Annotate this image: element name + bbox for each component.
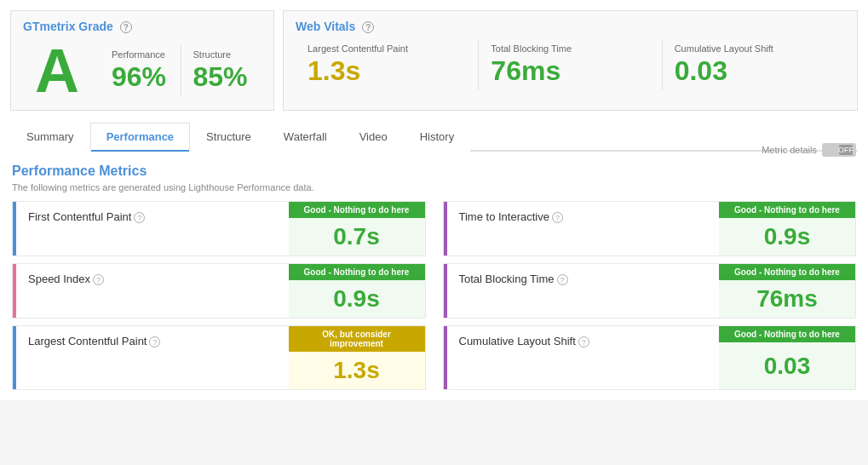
- metric-help-cls[interactable]: ?: [578, 336, 589, 347]
- grade-letter: A: [23, 40, 91, 101]
- metric-value-si: 0.9s: [289, 280, 425, 318]
- metric-row-fcp: First Contentful Paint?Good - Nothing to…: [12, 201, 426, 256]
- structure-value: 85%: [193, 61, 250, 93]
- webvitals-box: Web Vitals ? Largest Contentful Paint 1.…: [283, 10, 858, 111]
- structure-label: Structure: [193, 49, 250, 60]
- perf-section: Performance Metrics Metric details OFF T…: [10, 164, 858, 390]
- metric-row-tti: Time to Interactive?Good - Nothing to do…: [443, 201, 857, 256]
- metric-help-si[interactable]: ?: [93, 274, 104, 285]
- tab-performance[interactable]: Performance: [90, 123, 190, 152]
- gtmetrix-title-text: GTmetrix Grade: [23, 20, 113, 33]
- metric-info-cls: Cumulative Layout Shift?: [447, 326, 720, 389]
- metric-info-lcp: Largest Contentful Paint?: [16, 326, 289, 389]
- perf-title: Performance Metrics: [12, 164, 147, 178]
- metric-row-si: Speed Index?Good - Nothing to do here0.9…: [12, 263, 426, 319]
- performance-metric: Performance 96%: [100, 46, 181, 96]
- metric-row-tbt: Total Blocking Time?Good - Nothing to do…: [443, 263, 857, 319]
- metric-value-tbt: 76ms: [719, 280, 855, 318]
- tbt-item: Total Blocking Time 76ms: [478, 40, 661, 90]
- metric-result-cls: Good - Nothing to do here0.03: [719, 326, 855, 389]
- top-section: GTmetrix Grade ? A Performance 96% Struc…: [10, 10, 858, 111]
- metric-details-toggle[interactable]: Metric details OFF: [762, 143, 856, 157]
- gtmetrix-help-icon[interactable]: ?: [120, 21, 132, 33]
- tab-history[interactable]: History: [404, 123, 470, 152]
- tabs-bar: Summary Performance Structure Waterfall …: [10, 121, 858, 152]
- metric-info-tbt: Total Blocking Time?: [447, 264, 720, 318]
- metric-result-si: Good - Nothing to do here0.9s: [289, 264, 425, 318]
- metric-help-tti[interactable]: ?: [552, 212, 563, 223]
- webvitals-metrics: Largest Contentful Paint 1.3s Total Bloc…: [296, 40, 845, 90]
- page-container: GTmetrix Grade ? A Performance 96% Struc…: [0, 0, 868, 400]
- toggle-switch[interactable]: OFF: [822, 143, 856, 157]
- metric-badge-si: Good - Nothing to do here: [289, 264, 425, 280]
- metric-name-tbt: Total Blocking Time?: [459, 273, 568, 285]
- webvitals-title: Web Vitals ?: [296, 20, 845, 33]
- metric-name-cls: Cumulative Layout Shift?: [459, 335, 589, 347]
- tab-structure[interactable]: Structure: [190, 123, 267, 152]
- metric-badge-tti: Good - Nothing to do here: [719, 202, 855, 218]
- metric-help-fcp[interactable]: ?: [134, 212, 145, 223]
- structure-metric: Structure 85%: [181, 46, 262, 96]
- metric-help-tbt[interactable]: ?: [557, 274, 568, 285]
- cls-item: Cumulative Layout Shift 0.03: [662, 40, 845, 90]
- metric-badge-fcp: Good - Nothing to do here: [289, 202, 425, 218]
- tab-waterfall[interactable]: Waterfall: [267, 123, 343, 152]
- perf-subtitle: The following metrics are generated usin…: [12, 182, 856, 192]
- metric-result-fcp: Good - Nothing to do here0.7s: [289, 202, 425, 255]
- lcp-item: Largest Contentful Paint 1.3s: [296, 40, 478, 90]
- metric-info-si: Speed Index?: [16, 264, 289, 318]
- toggle-label-text: Metric details: [762, 145, 817, 155]
- metric-value-tti: 0.9s: [719, 218, 855, 255]
- metric-info-tti: Time to Interactive?: [447, 202, 720, 255]
- performance-label: Performance: [112, 49, 169, 60]
- perf-header: Performance Metrics Metric details OFF: [12, 164, 856, 179]
- metric-result-lcp: OK, but consider improvement1.3s: [289, 326, 425, 389]
- metric-name-si: Speed Index?: [28, 273, 104, 285]
- metric-name-tti: Time to Interactive?: [459, 210, 563, 223]
- tab-summary[interactable]: Summary: [10, 123, 90, 152]
- tbt-value: 76ms: [491, 55, 649, 87]
- metric-value-cls: 0.03: [719, 342, 855, 389]
- metric-row-cls: Cumulative Layout Shift?Good - Nothing t…: [443, 325, 857, 390]
- lcp-value: 1.3s: [308, 55, 466, 87]
- metric-result-tbt: Good - Nothing to do here76ms: [719, 264, 855, 318]
- performance-value: 96%: [112, 61, 169, 93]
- webvitals-help-icon[interactable]: ?: [362, 21, 374, 33]
- metric-badge-lcp: OK, but consider improvement: [289, 326, 425, 352]
- lcp-label: Largest Contentful Paint: [308, 43, 466, 54]
- metric-result-tti: Good - Nothing to do here0.9s: [719, 202, 855, 255]
- metric-badge-cls: Good - Nothing to do here: [719, 326, 855, 342]
- grade-content: A Performance 96% Structure 85%: [23, 40, 262, 101]
- gtmetrix-grade-box: GTmetrix Grade ? A Performance 96% Struc…: [10, 10, 274, 111]
- metric-value-fcp: 0.7s: [289, 218, 425, 255]
- webvitals-title-text: Web Vitals: [296, 20, 355, 33]
- metric-value-lcp: 1.3s: [289, 352, 425, 389]
- metric-badge-tbt: Good - Nothing to do here: [719, 264, 855, 280]
- grade-metrics: Performance 96% Structure 85%: [100, 46, 262, 96]
- metric-help-lcp[interactable]: ?: [149, 336, 160, 347]
- toggle-box: OFF: [839, 145, 853, 155]
- cls-label: Cumulative Layout Shift: [675, 43, 833, 54]
- metric-name-fcp: First Contentful Paint?: [28, 210, 145, 223]
- tbt-label: Total Blocking Time: [491, 43, 649, 54]
- gtmetrix-title: GTmetrix Grade ?: [23, 20, 262, 33]
- cls-value: 0.03: [675, 55, 833, 87]
- tab-video[interactable]: Video: [343, 123, 404, 152]
- metric-info-fcp: First Contentful Paint?: [16, 202, 289, 255]
- toggle-state: OFF: [838, 146, 854, 154]
- metric-name-lcp: Largest Contentful Paint?: [28, 335, 160, 347]
- metric-row-lcp: Largest Contentful Paint?OK, but conside…: [12, 325, 426, 390]
- metrics-grid: First Contentful Paint?Good - Nothing to…: [12, 201, 856, 390]
